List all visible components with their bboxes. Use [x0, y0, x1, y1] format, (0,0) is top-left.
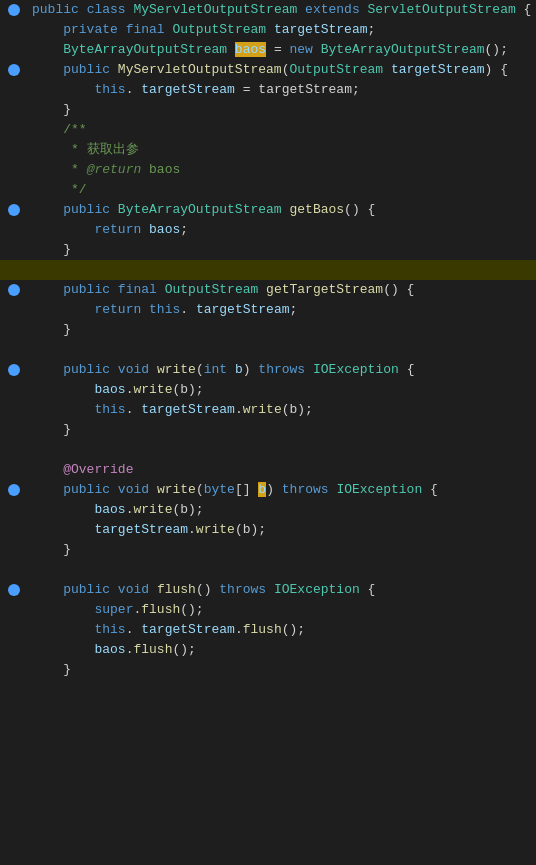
- line-content-29: [28, 560, 536, 580]
- code-line-31: super.flush();: [0, 600, 536, 620]
- line-content-32: this. targetStream.flush();: [28, 620, 536, 640]
- line-content-25: public void write(byte[] b) throws IOExc…: [28, 480, 536, 500]
- gutter-35: [0, 680, 28, 700]
- code-line-25: public void write(byte[] b) throws IOExc…: [0, 480, 536, 500]
- code-line-2: private final OutputStream targetStream;: [0, 20, 536, 40]
- line-content-34: }: [28, 660, 536, 680]
- code-line-26: baos.write(b);: [0, 500, 536, 520]
- gutter-12: [0, 220, 28, 240]
- code-line-4: public MyServletOutputStream(OutputStrea…: [0, 60, 536, 80]
- line-content-22: }: [28, 420, 536, 440]
- gutter-16: [0, 300, 28, 320]
- code-line-7: /**: [0, 120, 536, 140]
- gutter-9: [0, 160, 28, 180]
- line-content-3: ByteArrayOutputStream baos = new ByteArr…: [28, 40, 536, 60]
- gutter-dot-1: [8, 4, 20, 16]
- gutter-31: [0, 600, 28, 620]
- line-content-14: [28, 260, 536, 280]
- line-content-31: super.flush();: [28, 600, 536, 620]
- gutter-29: [0, 560, 28, 580]
- code-line-29: [0, 560, 536, 580]
- line-content-13: }: [28, 240, 536, 260]
- code-line-6: }: [0, 100, 536, 120]
- code-line-16: return this. targetStream;: [0, 300, 536, 320]
- gutter-33: [0, 640, 28, 660]
- code-line-27: targetStream.write(b);: [0, 520, 536, 540]
- code-line-17: }: [0, 320, 536, 340]
- code-line-19: public void write(int b) throws IOExcept…: [0, 360, 536, 380]
- gutter-13: [0, 240, 28, 260]
- code-line-1: public class MyServletOutputStream exten…: [0, 0, 536, 20]
- gutter-21: [0, 400, 28, 420]
- line-content-27: targetStream.write(b);: [28, 520, 536, 540]
- code-line-28: }: [0, 540, 536, 560]
- gutter-3: [0, 40, 28, 60]
- line-content-11: public ByteArrayOutputStream getBaos() {: [28, 200, 536, 220]
- gutter-dot-11: [8, 204, 20, 216]
- gutter-2: [0, 20, 28, 40]
- line-content-5: this. targetStream = targetStream;: [28, 80, 536, 100]
- code-line-15: public final OutputStream getTargetStrea…: [0, 280, 536, 300]
- code-line-8: * 获取出参: [0, 140, 536, 160]
- code-line-20: baos.write(b);: [0, 380, 536, 400]
- gutter-dot-30: [8, 584, 20, 596]
- code-line-34: }: [0, 660, 536, 680]
- code-line-23: [0, 440, 536, 460]
- code-line-10: */: [0, 180, 536, 200]
- line-content-23: [28, 440, 536, 460]
- gutter-15: [0, 280, 28, 300]
- gutter-17: [0, 320, 28, 340]
- line-content-28: }: [28, 540, 536, 560]
- gutter-34: [0, 660, 28, 680]
- line-content-9: * @return baos: [28, 160, 536, 180]
- line-content-21: this. targetStream.write(b);: [28, 400, 536, 420]
- gutter-6: [0, 100, 28, 120]
- gutter-19: [0, 360, 28, 380]
- line-content-7: /**: [28, 120, 536, 140]
- gutter-14: [0, 260, 28, 280]
- gutter-dot-4: [8, 64, 20, 76]
- gutter-28: [0, 540, 28, 560]
- line-content-20: baos.write(b);: [28, 380, 536, 400]
- line-content-19: public void write(int b) throws IOExcept…: [28, 360, 536, 380]
- gutter-4: [0, 60, 28, 80]
- line-content-6: }: [28, 100, 536, 120]
- gutter-7: [0, 120, 28, 140]
- gutter-5: [0, 80, 28, 100]
- gutter-dot-19: [8, 364, 20, 376]
- line-content-17: }: [28, 320, 536, 340]
- code-line-9: * @return baos: [0, 160, 536, 180]
- gutter-24: [0, 460, 28, 480]
- gutter-27: [0, 520, 28, 540]
- gutter-11: [0, 200, 28, 220]
- gutter-dot-25: [8, 484, 20, 496]
- gutter-32: [0, 620, 28, 640]
- code-line-22: }: [0, 420, 536, 440]
- gutter-23: [0, 440, 28, 460]
- code-editor: public class MyServletOutputStream exten…: [0, 0, 536, 865]
- line-content-33: baos.flush();: [28, 640, 536, 660]
- line-content-24: @Override: [28, 460, 536, 480]
- code-line-5: this. targetStream = targetStream;: [0, 80, 536, 100]
- code-line-30: public void flush() throws IOException {: [0, 580, 536, 600]
- gutter-26: [0, 500, 28, 520]
- line-content-4: public MyServletOutputStream(OutputStrea…: [28, 60, 536, 80]
- code-line-12: return baos;: [0, 220, 536, 240]
- gutter-18: [0, 340, 28, 360]
- line-content-35: [28, 680, 536, 700]
- code-line-35: [0, 680, 536, 700]
- line-content-30: public void flush() throws IOException {: [28, 580, 536, 600]
- code-line-14: [0, 260, 536, 280]
- code-line-11: public ByteArrayOutputStream getBaos() {: [0, 200, 536, 220]
- gutter-dot-15: [8, 284, 20, 296]
- code-line-24: @Override: [0, 460, 536, 480]
- code-line-18: [0, 340, 536, 360]
- code-line-33: baos.flush();: [0, 640, 536, 660]
- code-line-21: this. targetStream.write(b);: [0, 400, 536, 420]
- code-line-3: ByteArrayOutputStream baos = new ByteArr…: [0, 40, 536, 60]
- gutter-10: [0, 180, 28, 200]
- gutter-30: [0, 580, 28, 600]
- line-content-12: return baos;: [28, 220, 536, 240]
- gutter-1: [0, 0, 28, 20]
- gutter-8: [0, 140, 28, 160]
